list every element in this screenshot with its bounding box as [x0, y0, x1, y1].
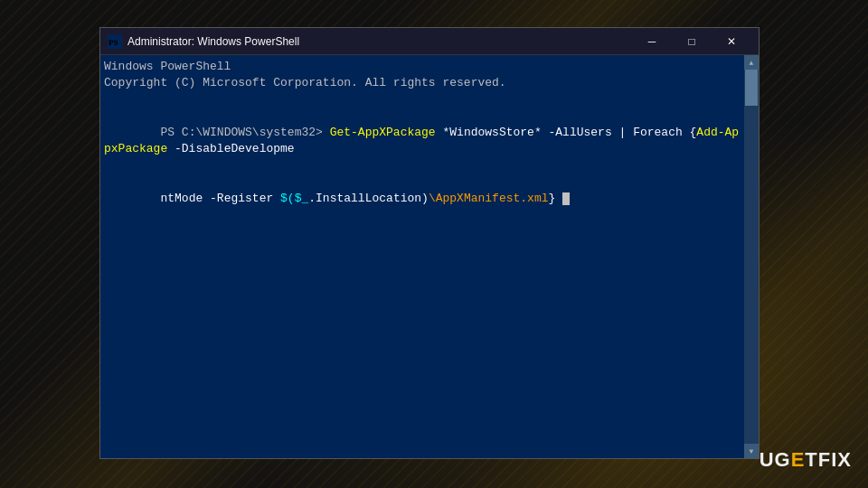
cmd-appxmanifest: \AppXManifest.xml — [429, 192, 549, 205]
terminal-line-1: Windows PowerShell — [104, 59, 741, 75]
cmd-dollar: $($_ — [280, 192, 308, 205]
titlebar: PS Administrator: Windows PowerShell ─ □… — [100, 28, 759, 55]
powershell-window: PS Administrator: Windows PowerShell ─ □… — [99, 27, 760, 459]
powershell-icon: PS — [108, 34, 122, 49]
scroll-thumb[interactable] — [745, 70, 758, 106]
terminal-command-line: PS C:\WINDOWS\system32> Get-AppXPackage … — [104, 108, 741, 174]
terminal-cursor — [562, 192, 570, 205]
cmd-ntmode: ntMode -Register — [160, 192, 280, 205]
watermark-text-tfix: TFIX — [805, 448, 852, 471]
terminal-line-blank — [104, 91, 741, 108]
cmd-windows-store: *WindowsStore* -AllUsers — [436, 126, 619, 139]
window-title: Administrator: Windows PowerShell — [127, 35, 632, 48]
cmd-pipe: | Foreach { — [619, 126, 697, 139]
scrollbar[interactable]: ▲ ▼ — [744, 55, 759, 458]
watermark: UGETFIX — [760, 448, 852, 472]
terminal-continuation-line: ntMode -Register $($_.InstallLocation)\A… — [104, 174, 741, 223]
scroll-track — [744, 70, 759, 444]
scroll-up-button[interactable]: ▲ — [744, 55, 759, 70]
watermark-text-ug: UG — [760, 448, 791, 471]
cmd-get-appxpackage: Get-AppXPackage — [330, 126, 436, 139]
terminal-line-2: Copyright (C) Microsoft Corporation. All… — [104, 75, 741, 91]
window-controls: ─ □ ✕ — [632, 28, 751, 55]
scroll-down-button[interactable]: ▼ — [744, 444, 759, 458]
svg-text:PS: PS — [108, 38, 118, 47]
cmd-disable-dev: -DisableDevelopme — [167, 142, 294, 155]
close-button[interactable]: ✕ — [712, 28, 751, 55]
minimize-button[interactable]: ─ — [632, 28, 672, 55]
terminal-body: Windows PowerShell Copyright (C) Microso… — [100, 55, 759, 458]
terminal-content[interactable]: Windows PowerShell Copyright (C) Microso… — [100, 55, 744, 458]
cmd-prompt: PS C:\WINDOWS\system32> — [160, 126, 329, 139]
maximize-button[interactable]: □ — [672, 28, 712, 55]
watermark-text-e: E — [791, 448, 806, 471]
cmd-close-brace: } — [549, 192, 563, 205]
cmd-dot: .InstallLocation) — [308, 192, 429, 205]
